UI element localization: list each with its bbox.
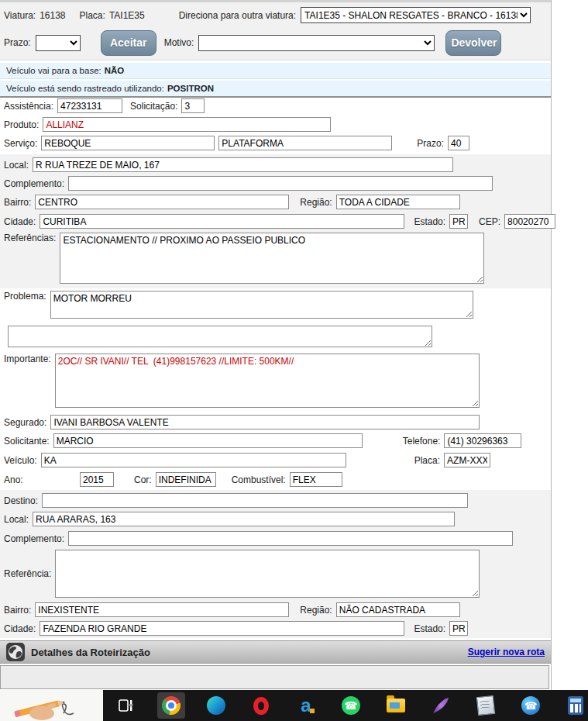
dest-estado-input[interactable] (449, 621, 468, 636)
origin-complemento-input[interactable] (68, 176, 493, 191)
origin-cep-input[interactable] (504, 214, 555, 229)
origin-regiao-label: Região: (300, 197, 332, 208)
extra-note-row (8, 326, 432, 347)
routing-details-panel (0, 665, 549, 689)
base-status-value: NÃO (105, 66, 125, 75)
produto-row: Produto: (4, 117, 331, 132)
extra-note-textarea[interactable] (8, 326, 432, 347)
feather-app-icon[interactable] (427, 692, 455, 719)
combustivel-label: Combustível: (232, 474, 286, 485)
viatura-label: Viatura: (4, 10, 36, 21)
segurado-row: Segurado: (4, 415, 480, 429)
base-status-bar: Veículo vai para a base: NÃO (0, 63, 551, 79)
prazo-servico-input[interactable] (448, 136, 469, 150)
origin-bairro-label: Bairro: (4, 197, 31, 208)
veiculo-label: Veículo: (4, 455, 37, 466)
ano-row: Ano: Cor: Combustível: (4, 472, 342, 487)
telefone-input[interactable] (444, 433, 521, 448)
tracking-status-label: Veículo está sendo rastreado utilizando: (6, 84, 164, 93)
segurado-label: Segurado: (4, 417, 46, 428)
veiculo-row: Veículo: Placa: (4, 453, 490, 467)
origin-estado-input[interactable] (449, 214, 468, 229)
ano-input[interactable] (80, 472, 114, 487)
ano-label: Ano: (4, 474, 80, 485)
origin-bairro-row: Bairro: Região: (4, 195, 460, 209)
direciona-select[interactable]: TAI1E35 - SHALON RESGATES - BRANCO - 161… (301, 7, 531, 23)
taskbar: a ☎ ☎ (103, 690, 588, 721)
veiculo-input[interactable] (41, 453, 346, 467)
origin-complemento-row: Complemento: (4, 176, 493, 191)
destino-input[interactable] (42, 493, 468, 508)
servico-row: Serviço: Prazo: (4, 136, 469, 150)
solicitante-label: Solicitante: (4, 436, 50, 447)
servico-input-2[interactable] (218, 136, 392, 150)
servico-input-1[interactable] (41, 136, 215, 150)
destino-row: Destino: (4, 493, 468, 508)
origin-cidade-label: Cidade: (4, 216, 36, 227)
base-status-label: Veículo vai para a base: (6, 66, 101, 75)
notepad-icon[interactable] (472, 692, 500, 719)
dest-complemento-label: Complemento: (4, 533, 64, 544)
prazo-servico-label: Prazo: (417, 138, 444, 149)
dest-local-label: Local: (4, 514, 29, 525)
divider (0, 96, 551, 98)
sugerir-nova-rota-link[interactable]: Sugerir nova rota (468, 647, 545, 657)
produto-input[interactable] (43, 117, 331, 132)
produto-label: Produto: (4, 119, 39, 130)
origin-cidade-input[interactable] (40, 214, 404, 229)
solicitacao-input[interactable] (181, 98, 205, 113)
dest-estado-label: Estado: (414, 623, 445, 634)
header-row-2: Prazo: Aceitar Motivo: Devolver (4, 29, 501, 57)
letter-a-app-icon[interactable]: a (292, 692, 320, 719)
combustivel-input[interactable] (290, 472, 342, 487)
header-row-1: Viatura: 16138 Placa: TAI1E35 Direciona … (4, 7, 531, 23)
chrome-icon[interactable] (157, 692, 185, 719)
tracking-status-value: POSITRON (167, 84, 214, 93)
cor-input[interactable] (156, 472, 216, 487)
dest-cidade-label: Cidade: (4, 623, 36, 634)
edge-icon[interactable] (202, 692, 230, 719)
assistencia-input[interactable] (57, 98, 122, 113)
whatsapp-icon[interactable]: ☎ (337, 692, 365, 719)
origin-local-label: Local: (4, 160, 29, 171)
dest-complemento-input[interactable] (68, 531, 513, 546)
dest-referencia-textarea[interactable] (55, 550, 480, 598)
opera-icon[interactable] (247, 692, 275, 719)
origin-referencias-row: Referências: ESTACIONAMENTO // PROXIMO A… (4, 233, 484, 284)
dest-cidade-row: Cidade: Estado: (4, 621, 468, 636)
file-explorer-icon[interactable] (382, 692, 410, 719)
origin-bairro-input[interactable] (35, 195, 289, 209)
dest-regiao-input[interactable] (336, 602, 460, 617)
origin-referencias-textarea[interactable]: ESTACIONAMENTO // PROXIMO AO PASSEIO PUB… (60, 233, 484, 284)
task-view-icon[interactable] (112, 692, 140, 719)
importante-textarea[interactable]: 2OC// SR IVANI// TEL (41)998157623 //LIM… (55, 354, 480, 408)
veiculo-placa-input[interactable] (444, 453, 490, 467)
solicitacao-label: Solicitação: (130, 101, 177, 112)
origin-estado-label: Estado: (414, 216, 445, 227)
dest-referencia-row: Referência: (4, 550, 480, 598)
dest-cidade-input[interactable] (40, 621, 404, 636)
dest-bairro-input[interactable] (35, 602, 289, 617)
dest-bairro-row: Bairro: Região: (4, 602, 460, 617)
problema-textarea[interactable]: MOTOR MORREU (50, 291, 473, 319)
dest-local-input[interactable] (33, 512, 455, 526)
origin-regiao-input[interactable] (336, 195, 460, 209)
destino-label: Destino: (4, 495, 38, 506)
motivo-select[interactable] (198, 35, 435, 51)
dest-referencia-label: Referência: (4, 568, 51, 579)
importante-row: Importante: 2OC// SR IVANI// TEL (41)998… (4, 354, 480, 408)
aceitar-button[interactable]: Aceitar (101, 30, 156, 56)
phone-app-icon[interactable]: ☎ (517, 692, 545, 719)
prazo-select[interactable] (36, 35, 81, 51)
screen: Viatura: 16138 Placa: TAI1E35 Direciona … (0, 0, 588, 721)
placa-value: TAI1E35 (109, 10, 145, 21)
calculator-icon[interactable] (562, 692, 588, 719)
solicitante-input[interactable] (53, 433, 363, 448)
direciona-label: Direciona para outra viatura: (179, 10, 296, 21)
assistencia-label: Assistência: (4, 101, 53, 112)
segurado-input[interactable] (50, 415, 480, 429)
devolver-button[interactable]: Devolver (445, 30, 501, 56)
origin-local-input[interactable] (33, 157, 453, 172)
dest-complemento-row: Complemento: (4, 531, 513, 546)
problema-row: Problema: MOTOR MORREU (4, 291, 473, 319)
